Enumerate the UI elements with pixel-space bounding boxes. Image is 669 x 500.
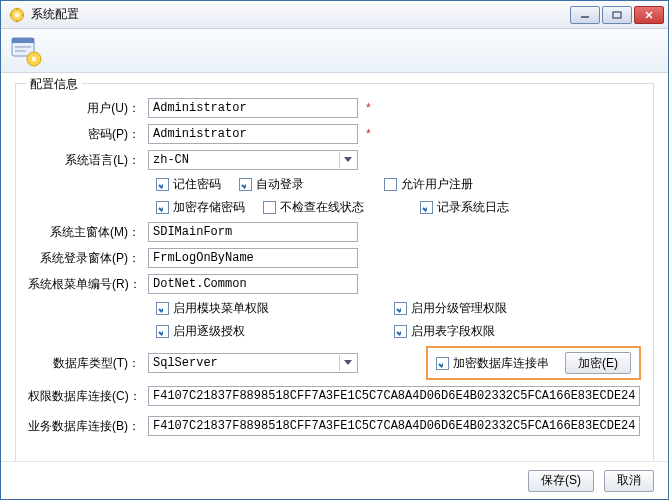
chk-auto-login-label: 自动登录 (256, 176, 304, 193)
config-icon (9, 34, 43, 68)
chk-remember-pw[interactable]: 记住密码 (156, 176, 221, 193)
encrypt-highlight: 加密数据库连接串 加密(E) (426, 346, 641, 380)
chk-enable-hier-perm[interactable]: 启用分级管理权限 (394, 300, 614, 317)
dbtype-select[interactable]: SqlServer (148, 353, 358, 373)
chk-enable-cascade-auth-label: 启用逐级授权 (173, 323, 245, 340)
svg-rect-12 (15, 46, 31, 48)
svg-rect-11 (12, 38, 34, 43)
svg-point-1 (14, 12, 19, 17)
chk-no-online-check[interactable]: 不检查在线状态 (263, 199, 364, 216)
minimize-button[interactable] (570, 6, 600, 24)
svg-point-15 (32, 56, 37, 61)
footer: 保存(S) 取消 (1, 461, 668, 499)
toolbar (1, 29, 668, 73)
chevron-down-icon (339, 355, 355, 371)
svg-rect-13 (15, 50, 26, 52)
chk-encrypt-conn-str-label: 加密数据库连接串 (453, 355, 549, 372)
body: 配置信息 用户(U)： * 密码(P)： * 系统语言(L)： zh-CN 记住… (1, 73, 668, 461)
language-value: zh-CN (153, 153, 189, 167)
label-mainform: 系统主窗体(M)： (28, 224, 148, 241)
permconn-field[interactable] (148, 386, 640, 406)
save-button[interactable]: 保存(S) (528, 470, 594, 492)
bizconn-field[interactable] (148, 416, 640, 436)
svg-rect-7 (613, 12, 621, 18)
label-loginform: 系统登录窗体(P)： (28, 250, 148, 267)
chevron-down-icon (339, 152, 355, 168)
app-icon (9, 7, 25, 23)
label-language: 系统语言(L)： (28, 152, 148, 169)
dbtype-value: SqlServer (153, 356, 218, 370)
chk-auto-login[interactable]: 自动登录 (239, 176, 304, 193)
mainform-field[interactable] (148, 222, 358, 242)
window-controls (570, 6, 664, 24)
group-title: 配置信息 (26, 76, 82, 93)
required-mark: * (366, 127, 371, 141)
chk-allow-register-label: 允许用户注册 (401, 176, 473, 193)
close-button[interactable] (634, 6, 664, 24)
config-group: 配置信息 用户(U)： * 密码(P)： * 系统语言(L)： zh-CN 记住… (15, 83, 654, 461)
cancel-button[interactable]: 取消 (604, 470, 654, 492)
chk-encrypt-conn-str[interactable]: 加密数据库连接串 (436, 355, 549, 372)
label-bizconn: 业务数据库连接(B)： (28, 418, 148, 435)
titlebar: 系统配置 (1, 1, 668, 29)
chk-enable-cascade-auth[interactable]: 启用逐级授权 (156, 323, 376, 340)
user-field[interactable] (148, 98, 358, 118)
chk-no-online-check-label: 不检查在线状态 (280, 199, 364, 216)
chk-enable-hier-perm-label: 启用分级管理权限 (411, 300, 507, 317)
language-select[interactable]: zh-CN (148, 150, 358, 170)
chk-enable-field-perm-label: 启用表字段权限 (411, 323, 495, 340)
loginform-field[interactable] (148, 248, 358, 268)
maximize-button[interactable] (602, 6, 632, 24)
password-field[interactable] (148, 124, 358, 144)
required-mark: * (366, 101, 371, 115)
label-permconn: 权限数据库连接(C)： (28, 388, 148, 405)
chk-enable-module-menu-perm[interactable]: 启用模块菜单权限 (156, 300, 376, 317)
chk-enable-field-perm[interactable]: 启用表字段权限 (394, 323, 614, 340)
label-dbtype: 数据库类型(T)： (28, 355, 148, 372)
window: 系统配置 配置信息 用户(U)： * 密码(P)： * 系统语 (0, 0, 669, 500)
chk-encrypt-store-pw-label: 加密存储密码 (173, 199, 245, 216)
label-user: 用户(U)： (28, 100, 148, 117)
rootmenu-field[interactable] (148, 274, 358, 294)
chk-remember-pw-label: 记住密码 (173, 176, 221, 193)
window-title: 系统配置 (31, 6, 570, 23)
label-rootmenu: 系统根菜单编号(R)： (28, 276, 148, 293)
chk-log-syslog[interactable]: 记录系统日志 (420, 199, 509, 216)
svg-marker-16 (344, 157, 352, 162)
chk-log-syslog-label: 记录系统日志 (437, 199, 509, 216)
chk-enable-module-menu-perm-label: 启用模块菜单权限 (173, 300, 269, 317)
label-password: 密码(P)： (28, 126, 148, 143)
svg-marker-17 (344, 360, 352, 365)
encrypt-button[interactable]: 加密(E) (565, 352, 631, 374)
chk-encrypt-store-pw[interactable]: 加密存储密码 (156, 199, 245, 216)
chk-allow-register[interactable]: 允许用户注册 (384, 176, 473, 193)
